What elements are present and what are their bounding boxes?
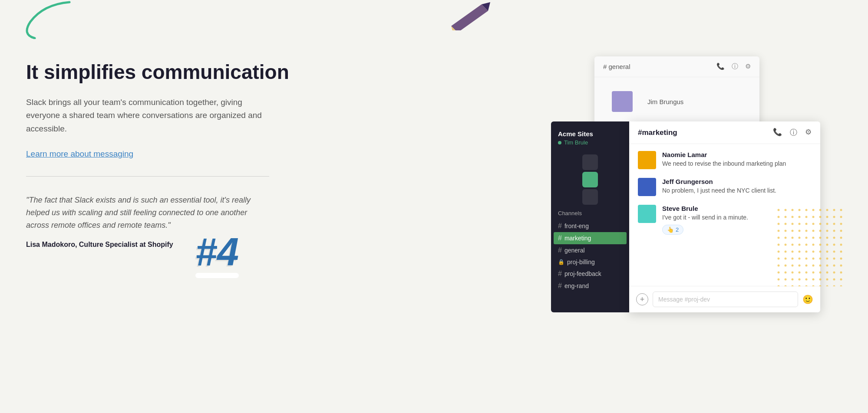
message-author: Steve Brule — [662, 205, 748, 212]
channel-proj-billing[interactable]: 🔒 proj-billing — [551, 256, 629, 268]
message-text: I've got it - will send in a minute. — [662, 213, 748, 222]
sidebar-icon-1 — [582, 154, 598, 170]
sidebar-icon-2[interactable] — [582, 172, 598, 187]
main-heading: It simplifies communication — [26, 61, 304, 84]
gear-icon: ⚙ — [745, 62, 751, 71]
status-dot — [558, 141, 561, 144]
channel-eng-rand[interactable]: # eng-rand — [551, 280, 629, 292]
input-placeholder: Message #proj-dev — [658, 296, 710, 303]
slack-ui-mockup: # general 📞 ⓘ ⚙ Jim Brungus Acme Sites T… — [551, 43, 855, 312]
hash-icon: # — [558, 282, 562, 290]
channel-name: proj-billing — [567, 259, 595, 266]
avatar-steve — [638, 205, 656, 223]
channel-general[interactable]: # general — [551, 244, 629, 256]
pencil-decoration — [438, 0, 495, 30]
phone-icon[interactable]: 📞 — [773, 128, 782, 138]
channel-name: proj-feedback — [564, 270, 601, 277]
channel-name: marketing — [564, 235, 591, 242]
bg-avatar-1 — [612, 91, 633, 112]
message-author: Jeff Grungerson — [662, 178, 776, 185]
message-author: Naomie Lamar — [662, 151, 786, 158]
message-input[interactable]: Message #proj-dev — [653, 292, 798, 307]
info-icon[interactable]: ⓘ — [790, 128, 797, 138]
quote-text: "The fact that Slack exists and is such … — [26, 194, 252, 231]
channel-front-eng[interactable]: # front-eng — [551, 220, 629, 232]
sidebar-icon-3 — [582, 189, 598, 205]
dot-pattern-decoration — [777, 208, 846, 286]
user-name: Tim Brule — [564, 139, 588, 146]
bg-user-row: Jim Brungus — [594, 77, 759, 126]
chat-message: Jeff Grungerson No problem, I just need … — [638, 178, 812, 196]
add-attachment-button[interactable]: + — [636, 293, 648, 305]
chat-channel-name: #marketing — [638, 128, 677, 137]
section-divider — [26, 176, 269, 177]
message-body: Naomie Lamar We need to revise the inbou… — [662, 151, 786, 168]
avatar-naomie — [638, 151, 656, 169]
channel-proj-feedback[interactable]: # proj-feedback — [551, 268, 629, 280]
ranking-badge: #4 — [195, 230, 239, 275]
quote-author: Lisa Madokoro, Culture Specialist at Sho… — [26, 241, 304, 249]
slack-sidebar: Acme Sites Tim Brule Channels # front-en… — [551, 121, 629, 312]
bg-channel-name: # general — [603, 63, 630, 70]
left-content-section: It simplifies communication Slack brings… — [26, 61, 304, 249]
channel-name: front-eng — [564, 223, 589, 229]
workspace-name: Acme Sites — [551, 130, 629, 139]
hash-icon: # — [558, 222, 562, 230]
ranking-number: #4 — [195, 230, 239, 275]
avatar-jeff — [638, 178, 656, 196]
green-curve-decoration — [17, 0, 87, 39]
message-text: No problem, I just need the NYC client l… — [662, 187, 776, 195]
channel-marketing[interactable]: # marketing — [554, 232, 627, 244]
channel-name: general — [564, 247, 585, 254]
message-body: Jeff Grungerson No problem, I just need … — [662, 178, 776, 195]
hash-icon: # — [558, 234, 562, 242]
message-reaction[interactable]: 👆 2 — [662, 225, 683, 235]
user-status: Tim Brule — [551, 139, 629, 153]
svg-rect-4 — [777, 208, 846, 286]
chat-input-area: + Message #proj-dev 🙂 — [629, 286, 820, 312]
bg-panel-header: # general 📞 ⓘ ⚙ — [594, 56, 759, 77]
message-text: We need to revise the inbound marketing … — [662, 160, 786, 168]
description-text: Slack brings all your team's communicati… — [26, 96, 269, 135]
emoji-picker-button[interactable]: 🙂 — [802, 294, 813, 305]
channels-label: Channels — [551, 206, 629, 220]
hash-icon: # — [558, 270, 562, 278]
info-icon: ⓘ — [732, 62, 738, 71]
message-body: Steve Brule I've got it - will send in a… — [662, 205, 748, 235]
svg-marker-0 — [451, 4, 488, 30]
reaction-count: 2 — [676, 226, 679, 233]
chat-header: #marketing 📞 ⓘ ⚙ — [629, 121, 820, 144]
reaction-emoji: 👆 — [667, 226, 674, 233]
bg-user-name: Jim Brungus — [647, 98, 683, 105]
chat-header-icons: 📞 ⓘ ⚙ — [773, 128, 812, 138]
chat-message: Naomie Lamar We need to revise the inbou… — [638, 151, 812, 169]
learn-more-link[interactable]: Learn more about messaging — [26, 149, 133, 159]
phone-icon: 📞 — [716, 62, 725, 71]
gear-icon[interactable]: ⚙ — [805, 128, 812, 138]
lock-icon: 🔒 — [558, 259, 564, 265]
bg-panel-icons: 📞 ⓘ ⚙ — [716, 62, 751, 71]
channel-name: eng-rand — [564, 282, 589, 289]
hash-icon: # — [558, 246, 562, 254]
